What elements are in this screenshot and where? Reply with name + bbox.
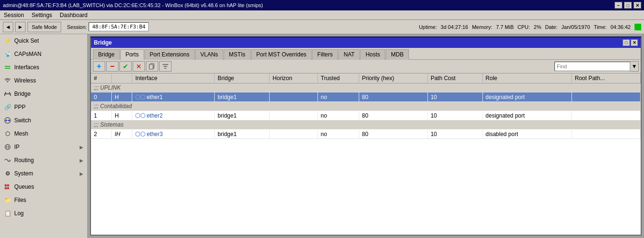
copy-button[interactable]: [146, 61, 158, 72]
svg-rect-5: [4, 94, 5, 96]
sidebar-item-switch[interactable]: Switch: [0, 114, 87, 127]
sidebar-item-mesh[interactable]: ⬡ Mesh: [0, 127, 87, 140]
table-row[interactable]: 1H⬡⬡ether2bridge1no8010designated port: [91, 111, 641, 120]
col-header-bridge[interactable]: Bridge: [215, 73, 270, 83]
tab-vlans[interactable]: VLANs: [195, 49, 223, 60]
sidebar-label-files: Files: [14, 197, 26, 203]
cell-priority: 80: [359, 92, 427, 102]
toolbar: ◄ ► Safe Mode Session: 48:8F:5A:7E:F3:B4…: [0, 20, 644, 34]
sidebar-item-ppp[interactable]: 🔗 PPP: [0, 101, 87, 114]
sidebar-item-queues[interactable]: Queues: [0, 180, 87, 193]
tab-ports[interactable]: Ports: [120, 49, 144, 60]
main-layout: ⚡ Quick Set 📡 CAPsMAN Interfaces Wireles…: [0, 34, 644, 238]
forward-button[interactable]: ►: [15, 22, 26, 32]
sidebar-item-quick-set[interactable]: ⚡ Quick Set: [0, 34, 87, 47]
cell-role: disabled port: [482, 129, 571, 139]
capsman-icon: 📡: [4, 50, 11, 58]
tab-nat[interactable]: NAT: [338, 49, 360, 60]
sidebar-item-routing[interactable]: Routing ▶: [0, 154, 87, 167]
maximize-button[interactable]: □: [624, 2, 632, 9]
wireless-icon: [4, 77, 11, 84]
switch-icon: [4, 117, 11, 124]
cell-num: 0: [91, 92, 111, 102]
col-header-root-path[interactable]: Root Path...: [571, 73, 640, 83]
minimize-button[interactable]: −: [615, 2, 622, 9]
sidebar-item-capsman[interactable]: 📡 CAPsMAN: [0, 47, 87, 61]
col-header-interface[interactable]: Interface: [132, 73, 215, 83]
sidebar-label-system: System: [14, 170, 33, 177]
tab-bridge[interactable]: Bridge: [93, 49, 120, 60]
filter-button[interactable]: [159, 61, 172, 72]
tabs-row: Bridge Ports Port Extensions VLANs MSTIs…: [91, 48, 641, 60]
remove-button[interactable]: −: [106, 61, 118, 72]
sidebar-item-system[interactable]: ⚙ System ▶: [0, 167, 87, 180]
sidebar-label-interfaces: Interfaces: [14, 64, 39, 71]
table-row[interactable]: 2IH⬡⬡ether3bridge1no8010disabled port: [91, 129, 641, 139]
sidebar-label-switch: Switch: [14, 117, 31, 124]
sidebar-label-capsman: CAPsMAN: [14, 51, 41, 57]
table-group-header: ;;; UPLINK: [91, 83, 641, 92]
col-header-role[interactable]: Role: [482, 73, 571, 83]
group-header-cell: ;;; Sistemas: [91, 120, 641, 129]
table-group-header: ;;; Sistemas: [91, 120, 641, 129]
cell-trusted: no: [317, 129, 359, 139]
safe-mode-button[interactable]: Safe Mode: [27, 22, 61, 32]
bridge-restore-button[interactable]: □: [623, 39, 630, 46]
tab-filters[interactable]: Filters: [312, 49, 338, 60]
tab-hosts[interactable]: Hosts: [360, 49, 385, 60]
col-header-priority[interactable]: Priority (hex): [359, 73, 427, 83]
cell-bridge: bridge1: [215, 129, 270, 139]
time-label: Time:: [592, 24, 608, 30]
cell-bridge: bridge1: [215, 92, 270, 102]
tab-mstis[interactable]: MSTIs: [224, 49, 251, 60]
sidebar-label-ip: IP: [14, 144, 19, 150]
tab-port-extensions[interactable]: Port Extensions: [145, 49, 195, 60]
tab-mdb[interactable]: MDB: [386, 49, 409, 60]
col-header-path-cost[interactable]: Path Cost: [427, 73, 482, 83]
bridge-window-title: Bridge: [94, 39, 112, 46]
svg-point-9: [9, 120, 10, 121]
memory-value: 7.7 MiB: [494, 24, 516, 30]
menu-session[interactable]: Session: [2, 11, 26, 19]
find-dropdown-button[interactable]: ▼: [630, 61, 639, 72]
routing-icon: [4, 156, 11, 164]
cell-horizon: [270, 129, 317, 139]
table-row[interactable]: 0H⬡⬡ether1bridge1no8010designated port: [91, 92, 641, 102]
cell-trusted: no: [317, 111, 359, 120]
menu-bar: Session Settings Dashboard: [0, 10, 644, 20]
sidebar-item-interfaces[interactable]: Interfaces: [0, 61, 87, 74]
close-button[interactable]: ✕: [634, 2, 641, 9]
col-header-horizon[interactable]: Horizon: [270, 73, 317, 83]
col-header-trusted[interactable]: Trusted: [317, 73, 359, 83]
find-input[interactable]: [554, 62, 630, 71]
system-arrow-icon: ▶: [80, 171, 83, 176]
cell-horizon: [270, 111, 317, 120]
queues-icon: [4, 183, 11, 191]
sidebar-item-bridge[interactable]: Bridge: [0, 87, 87, 101]
menu-settings[interactable]: Settings: [30, 11, 54, 19]
cell-priority: 80: [359, 111, 427, 120]
sidebar-item-ip[interactable]: IP ▶: [0, 140, 87, 154]
group-header-cell: ;;; Contabilidad: [91, 102, 641, 111]
find-box: ▼: [554, 61, 639, 72]
cell-root-path: [571, 92, 640, 102]
cell-num: 1: [91, 111, 111, 120]
memory-label: Memory:: [470, 24, 494, 30]
add-button[interactable]: +: [93, 61, 105, 72]
col-header-num[interactable]: #: [91, 73, 111, 83]
sidebar-item-wireless[interactable]: Wireless: [0, 74, 87, 87]
sidebar-item-log[interactable]: 📋 Log: [0, 207, 87, 220]
cpu-value: 2%: [532, 24, 543, 30]
sidebar-item-files[interactable]: 📁 Files: [0, 193, 87, 207]
col-header-flag[interactable]: [111, 73, 132, 83]
enable-button[interactable]: ✔: [119, 61, 132, 72]
bridge-close-button[interactable]: ✕: [631, 39, 638, 46]
back-button[interactable]: ◄: [3, 22, 13, 32]
cell-path-cost: 10: [427, 129, 482, 139]
cell-root-path: [571, 111, 640, 120]
disable-button[interactable]: ✕: [133, 61, 145, 72]
menu-dashboard[interactable]: Dashboard: [58, 11, 90, 19]
tab-port-mst-overrides[interactable]: Port MST Overrides: [251, 49, 312, 60]
cell-num: 2: [91, 129, 111, 139]
quick-set-icon: ⚡: [4, 37, 11, 45]
